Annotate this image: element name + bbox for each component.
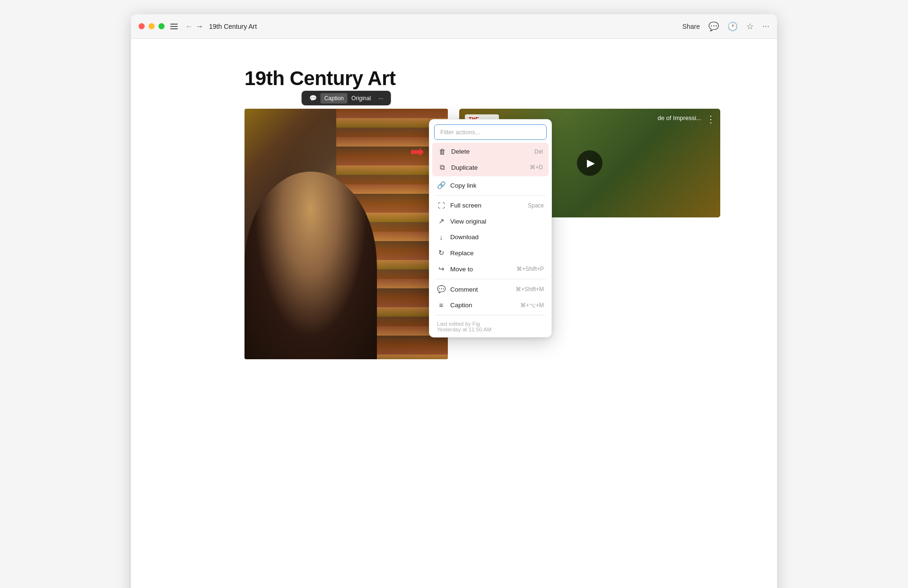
comment-menu-item[interactable]: 💬 Comment ⌘+Shift+M: [432, 281, 549, 297]
caption-menu-label: Caption: [450, 302, 472, 309]
duplicate-icon: ⧉: [438, 163, 446, 172]
close-button[interactable]: [139, 23, 145, 29]
move-to-menu-item[interactable]: ↪ Move to ⌘+Shift+P: [432, 261, 549, 277]
full-screen-icon: ⛶: [437, 201, 445, 209]
duplicate-label: Duplicate: [451, 164, 478, 171]
app-window: ← → 19th Century Art Share 💬 🕐 ☆ ··· 19t…: [131, 14, 777, 588]
media-row: 💬 Caption Original ···: [244, 109, 720, 359]
download-label: Download: [450, 233, 479, 241]
share-button[interactable]: Share: [682, 23, 700, 30]
duplicate-shortcut: ⌘+D: [530, 164, 543, 171]
back-button[interactable]: ←: [185, 23, 193, 30]
comment-small-icon: 💬: [309, 95, 317, 102]
image-comment-button[interactable]: 💬: [306, 93, 321, 104]
view-original-label: View original: [450, 218, 486, 225]
move-to-label: Move to: [450, 266, 473, 273]
footer-prefix: Last edited by: [437, 321, 472, 327]
caption-menu-icon: ≡: [437, 301, 445, 309]
caption-button[interactable]: Caption: [321, 93, 348, 104]
move-to-shortcut: ⌘+Shift+P: [516, 266, 544, 272]
menu-divider-1: [435, 195, 546, 196]
original-button[interactable]: Original: [348, 93, 375, 104]
delete-menu-item[interactable]: 🗑 Delete Del: [433, 144, 548, 159]
replace-label: Replace: [450, 250, 474, 257]
footer-time: Yesterday at 11:50 AM: [437, 327, 544, 332]
download-icon: ↓: [437, 233, 445, 241]
menu-footer: Last edited by Fig Yesterday at 11:50 AM: [432, 317, 549, 334]
bookmark-icon[interactable]: ☆: [746, 21, 754, 32]
caption-shortcut: ⌘+⌥+M: [520, 302, 544, 309]
filter-actions-input[interactable]: [434, 124, 547, 140]
arrow-indicator: ➡: [410, 142, 424, 162]
replace-icon: ↻: [437, 249, 445, 257]
nav-arrows: ← →: [185, 23, 203, 30]
view-original-icon: ↗: [437, 217, 445, 225]
footer-user: Fig: [472, 321, 480, 327]
titlebar-actions: Share 💬 🕐 ☆ ···: [682, 21, 769, 32]
painting-figure: [244, 172, 377, 360]
copy-link-label: Copy link: [450, 182, 477, 189]
menu-divider-3: [435, 315, 546, 315]
move-to-icon: ↪: [437, 265, 445, 273]
full-screen-shortcut: Space: [528, 202, 544, 209]
more-options-icon[interactable]: ···: [762, 21, 769, 31]
image-toolbar: 💬 Caption Original ···: [302, 91, 391, 105]
download-menu-item[interactable]: ↓ Download: [432, 229, 549, 245]
history-icon[interactable]: 🕐: [727, 21, 738, 32]
menu-divider-2: [435, 279, 546, 279]
comment-menu-label: Comment: [450, 286, 478, 293]
comment-menu-icon: 💬: [437, 285, 445, 294]
context-menu: 🗑 Delete Del ⧉ Duplicate ⌘+D: [429, 119, 552, 337]
duplicate-menu-item[interactable]: ⧉ Duplicate ⌘+D: [433, 159, 548, 175]
titlebar: ← → 19th Century Art Share 💬 🕐 ☆ ···: [131, 14, 777, 39]
replace-menu-item[interactable]: ↻ Replace: [432, 245, 549, 261]
delete-shortcut: Del: [534, 148, 543, 155]
image-block: 💬 Caption Original ···: [244, 109, 448, 359]
full-screen-label: Full screen: [450, 202, 481, 209]
minimize-button[interactable]: [148, 23, 155, 29]
menu-footer-edited: Last edited by Fig: [437, 321, 544, 327]
copy-link-icon: 🔗: [437, 181, 445, 190]
video-more-button[interactable]: ⋮: [706, 113, 716, 125]
original-label: Original: [351, 95, 371, 102]
copy-link-menu-item[interactable]: 🔗 Copy link: [432, 177, 549, 193]
highlighted-menu-section: 🗑 Delete Del ⧉ Duplicate ⌘+D: [432, 143, 549, 176]
caption-label: Caption: [324, 95, 344, 102]
play-icon: ▶: [587, 157, 595, 169]
video-play-button[interactable]: ▶: [577, 150, 602, 176]
delete-label: Delete: [451, 148, 470, 155]
full-screen-menu-item[interactable]: ⛶ Full screen Space: [432, 198, 549, 213]
page-title: 19th Century Art: [244, 67, 720, 90]
view-original-menu-item[interactable]: ↗ View original: [432, 213, 549, 229]
video-title-overlay: de of Impressi...: [658, 114, 701, 121]
page-content: 19th Century Art 💬 Caption Original: [131, 39, 777, 588]
fullscreen-button[interactable]: [158, 23, 165, 29]
traffic-lights: [139, 23, 165, 29]
delete-icon: 🗑: [438, 147, 446, 156]
forward-button[interactable]: →: [196, 23, 203, 30]
sidebar-toggle-button[interactable]: [170, 24, 178, 29]
caption-menu-item[interactable]: ≡ Caption ⌘+⌥+M: [432, 297, 549, 313]
filter-input-wrapper: [432, 122, 549, 143]
more-dots-icon: ···: [378, 95, 383, 102]
more-image-options-button[interactable]: ···: [375, 93, 387, 104]
titlebar-title: 19th Century Art: [209, 23, 682, 30]
comment-icon[interactable]: 💬: [708, 21, 719, 32]
comment-shortcut: ⌘+Shift+M: [515, 286, 544, 293]
